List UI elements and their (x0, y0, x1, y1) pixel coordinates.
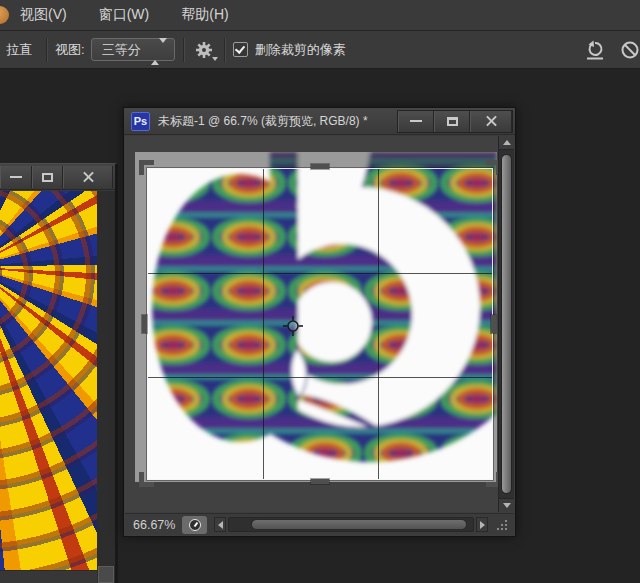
document-titlebar[interactable]: Ps 未标题-1 @ 66.7% (裁剪预览, RGB/8) * (124, 108, 515, 135)
crop-bounding-box[interactable] (147, 168, 493, 480)
photoshop-app: 视图(V) 窗口(W) 帮助(H) 拉直 视图: 三等分 (0, 0, 640, 583)
scroll-down-button[interactable] (499, 498, 514, 512)
reset-icon (584, 40, 606, 60)
crop-options-bar: 拉直 视图: 三等分 删除裁剪的像素 (0, 31, 640, 69)
minimize-button[interactable] (398, 111, 434, 132)
overlay-view-dropdown[interactable]: 三等分 (91, 38, 175, 61)
scroll-right-button[interactable] (476, 517, 488, 532)
menu-window[interactable]: 窗口(W) (99, 6, 150, 24)
left-window-statusbar (0, 570, 97, 583)
separator (183, 38, 184, 62)
zoom-level[interactable]: 66.67% (133, 518, 175, 532)
thirds-gridline-vertical-2 (378, 169, 379, 479)
canvas-area[interactable] (125, 136, 498, 512)
document-window[interactable]: Ps 未标题-1 @ 66.7% (裁剪预览, RGB/8) * (123, 107, 516, 537)
menu-view[interactable]: 视图(V) (20, 6, 67, 24)
left-window-scrollbar-rail (97, 191, 115, 583)
checkmark-icon (234, 43, 244, 54)
separator (224, 38, 225, 62)
left-document-image (0, 191, 97, 570)
menu-bar: 视图(V) 窗口(W) 帮助(H) (0, 0, 640, 31)
close-button[interactable] (470, 111, 512, 132)
minimize-icon (410, 120, 422, 122)
horizontal-scrollbar-track[interactable] (228, 517, 474, 532)
status-clock-icon[interactable] (182, 516, 207, 534)
crop-handle-bottom-right[interactable] (486, 472, 498, 487)
crosshair-cursor-icon (282, 315, 304, 337)
cancel-icon (620, 40, 640, 60)
dropdown-arrows-icon (151, 43, 167, 61)
scroll-left-button[interactable] (214, 517, 226, 532)
left-window-titlebar[interactable] (0, 164, 115, 190)
arrow-left-icon (218, 521, 223, 529)
crop-handle-bottom[interactable] (311, 479, 329, 484)
gear-icon (195, 41, 213, 59)
document-statusbar: 66.67% (125, 513, 514, 535)
crop-handle-top-left[interactable] (139, 160, 154, 175)
overlay-view-value: 三等分 (102, 41, 141, 59)
crop-handle-bottom-left[interactable] (139, 472, 154, 487)
gear-menu-caret-icon (212, 57, 218, 61)
arrow-up-icon (503, 140, 511, 145)
background-document-window[interactable] (0, 163, 118, 583)
minimize-button[interactable] (0, 166, 32, 188)
thirds-gridline-horizontal-1 (148, 273, 492, 274)
document-content (125, 136, 514, 512)
crop-handle-top-right[interactable] (486, 160, 498, 175)
thirds-gridline-vertical-1 (263, 169, 264, 479)
close-button[interactable] (63, 166, 113, 188)
crop-settings-button[interactable] (192, 38, 216, 62)
thirds-gridline-horizontal-2 (148, 377, 492, 378)
arrow-down-icon (503, 503, 511, 508)
crop-handle-left[interactable] (142, 315, 147, 333)
menu-help[interactable]: 帮助(H) (181, 6, 228, 24)
window-controls (397, 110, 513, 133)
window-resize-grip[interactable] (495, 518, 509, 532)
cancel-crop-button[interactable] (620, 40, 640, 60)
maximize-icon (447, 117, 458, 126)
left-window-scroll-corner[interactable] (98, 566, 114, 583)
close-icon (82, 171, 95, 184)
ps-file-badge: Ps (131, 112, 150, 131)
horizontal-scrollbar-thumb[interactable] (251, 519, 467, 530)
document-title: 未标题-1 @ 66.7% (裁剪预览, RGB/8) * (158, 113, 391, 130)
separator (46, 38, 47, 62)
arrow-right-icon (480, 521, 485, 529)
app-logo-icon (0, 6, 9, 24)
crop-handle-right[interactable] (491, 315, 496, 333)
maximize-button[interactable] (32, 166, 64, 188)
minimize-icon (10, 176, 22, 178)
maximize-icon (42, 173, 53, 182)
vertical-scrollbar[interactable] (498, 136, 514, 512)
close-icon (485, 115, 498, 128)
horizontal-scrollbar[interactable] (214, 517, 488, 533)
crop-handle-top[interactable] (311, 164, 329, 169)
left-window-canvas (0, 191, 115, 583)
delete-cropped-pixels-label: 删除裁剪的像素 (255, 41, 346, 59)
scroll-up-button[interactable] (499, 136, 514, 150)
reset-crop-button[interactable] (584, 40, 606, 60)
delete-cropped-pixels-checkbox[interactable] (233, 42, 248, 57)
vertical-scrollbar-thumb[interactable] (501, 154, 512, 494)
straighten-button[interactable]: 拉直 (2, 37, 38, 63)
maximize-button[interactable] (434, 111, 470, 132)
view-label: 视图: (55, 41, 85, 59)
